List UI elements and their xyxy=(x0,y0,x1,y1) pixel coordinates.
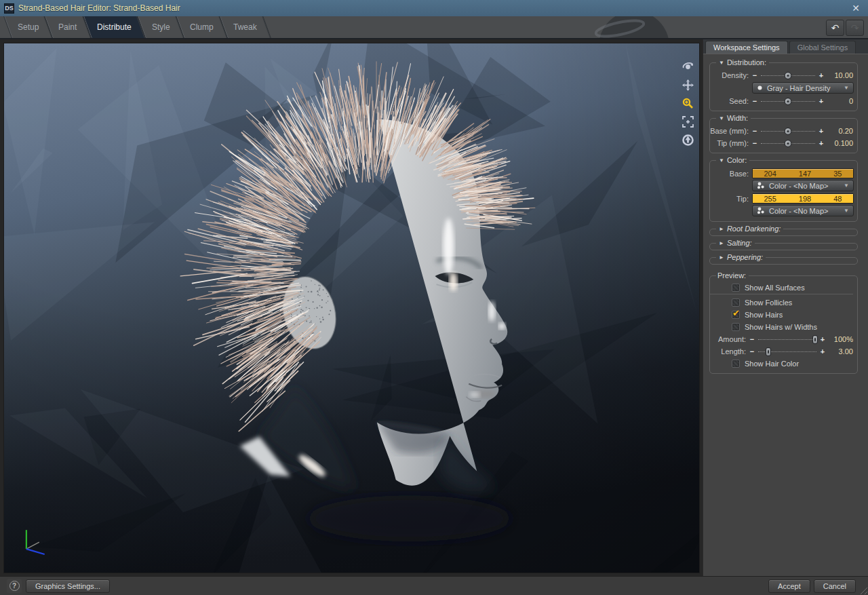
aim-icon[interactable] xyxy=(681,133,694,147)
viewport-tools xyxy=(681,60,694,147)
root-darkening-legend[interactable]: ►Root Darkening: xyxy=(716,225,783,233)
base-g: 147 xyxy=(799,170,811,178)
checkbox[interactable]: ✔ xyxy=(732,311,740,319)
tip-color-swatch[interactable]: 255 198 48 xyxy=(752,193,854,204)
increment-button[interactable]: + xyxy=(818,72,824,79)
graphics-settings-button[interactable]: Graphics Settings... xyxy=(26,579,110,593)
tabstrip: Setup Paint Distribute Style Clump Tweak xyxy=(0,16,868,38)
tab-distribute[interactable]: Distribute xyxy=(83,16,146,38)
increment-button[interactable]: + xyxy=(818,140,824,147)
tab-tweak[interactable]: Tweak xyxy=(219,16,271,38)
titlebar: DS Strand-Based Hair Editor: Strand-Base… xyxy=(0,0,868,16)
seed-value[interactable]: 0 xyxy=(824,97,854,105)
pan-icon[interactable] xyxy=(681,78,694,92)
base-width-slider: − + xyxy=(752,127,824,136)
tip-width-row: Tip (mm): − + 0.100 xyxy=(710,137,857,149)
window-title: Strand-Based Hair Editor: Strand-Based H… xyxy=(18,3,180,13)
decrement-button[interactable]: − xyxy=(752,72,757,79)
tip-color-map-dropdown[interactable]: Color - <No Map> ▼ xyxy=(752,205,854,216)
chevron-down-icon: ▼ xyxy=(844,183,849,189)
zoom-region-icon[interactable] xyxy=(681,96,694,110)
increment-button[interactable]: + xyxy=(820,348,825,355)
expand-triangle-icon: ► xyxy=(719,254,724,261)
checkbox[interactable]: ✔ xyxy=(732,284,740,292)
salting-group: ►Salting: xyxy=(709,243,858,250)
density-slider-row: Density: − + 10.00 xyxy=(710,69,857,81)
slider-handle[interactable] xyxy=(785,140,792,147)
base-r: 204 xyxy=(764,170,776,178)
increment-button[interactable]: + xyxy=(818,128,824,134)
distribution-legend[interactable]: ▼Distribution: xyxy=(716,58,769,66)
length-value[interactable]: 3.00 xyxy=(825,347,854,356)
salting-legend[interactable]: ►Salting: xyxy=(716,239,755,247)
increment-button[interactable]: + xyxy=(818,98,824,104)
decrement-button[interactable]: − xyxy=(749,336,755,343)
orbit-icon[interactable] xyxy=(681,60,694,73)
map-dot-icon xyxy=(757,85,763,91)
color-legend[interactable]: ▼Color: xyxy=(716,156,749,164)
slider-track[interactable] xyxy=(760,139,816,148)
slider-track[interactable] xyxy=(757,347,817,356)
tip-width-value[interactable]: 0.100 xyxy=(824,139,854,147)
redo-icon[interactable]: ↷ xyxy=(846,20,864,36)
slider-handle[interactable] xyxy=(766,347,771,356)
decrement-button[interactable]: − xyxy=(752,128,757,134)
increment-button[interactable]: + xyxy=(820,336,825,343)
footer-bar: ? Graphics Settings... Accept Cancel xyxy=(0,576,868,595)
accept-button[interactable]: Accept xyxy=(768,579,810,593)
density-slider: − + xyxy=(752,71,824,80)
base-color-map-dropdown[interactable]: Color - <No Map> ▼ xyxy=(752,180,854,191)
density-value[interactable]: 10.00 xyxy=(824,71,854,79)
base-color-row: Base: 204 147 35 xyxy=(710,168,857,179)
slider-handle[interactable] xyxy=(785,98,792,105)
daz-swirl-watermark xyxy=(570,16,705,39)
tab-global-settings[interactable]: Global Settings xyxy=(789,41,856,54)
collapse-triangle-icon: ▼ xyxy=(719,115,724,121)
root-darkening-group: ►Root Darkening: xyxy=(709,229,858,236)
distribution-group: ▼Distribution: Density: − + 10.00 xyxy=(709,62,858,111)
chevron-down-icon: ▼ xyxy=(844,85,849,91)
help-button[interactable]: ? xyxy=(7,579,22,593)
amount-value[interactable]: 100% xyxy=(825,335,854,343)
checkbox[interactable]: ✔ xyxy=(732,360,740,368)
settings-body: ▼Distribution: Density: − + 10.00 xyxy=(703,54,868,576)
show-all-surfaces-row[interactable]: ✔ Show All Surfaces xyxy=(710,282,853,294)
density-map-dropdown[interactable]: Gray - Hair Density ▼ xyxy=(752,82,854,94)
collapse-triangle-icon: ▼ xyxy=(719,157,724,164)
amount-slider-row: Amount: − + 100% xyxy=(710,333,857,345)
undo-icon[interactable]: ↶ xyxy=(826,20,844,36)
app-icon: DS xyxy=(4,3,14,14)
tab-workspace-settings[interactable]: Workspace Settings xyxy=(705,41,788,54)
base-width-value[interactable]: 0.20 xyxy=(824,127,854,135)
show-hairs-row[interactable]: ✔ Show Hairs xyxy=(710,309,853,321)
resize-grip[interactable] xyxy=(859,586,867,594)
show-hair-color-row[interactable]: ✔ Show Hair Color xyxy=(710,358,853,370)
show-follicles-row[interactable]: ✔ Show Follicles xyxy=(710,296,853,309)
viewport[interactable] xyxy=(3,43,700,573)
collapse-triangle-icon: ▼ xyxy=(719,60,724,66)
decrement-button[interactable]: − xyxy=(752,98,757,104)
peppering-legend[interactable]: ►Peppering: xyxy=(716,253,766,261)
cancel-button[interactable]: Cancel xyxy=(814,579,856,593)
slider-handle[interactable] xyxy=(785,72,792,79)
slider-track[interactable] xyxy=(760,71,816,80)
frame-icon[interactable] xyxy=(681,115,694,128)
slider-handle[interactable] xyxy=(785,128,792,135)
base-color-swatch[interactable]: 204 147 35 xyxy=(752,168,854,178)
slider-track[interactable] xyxy=(760,127,816,136)
length-slider-row: Length: − + 3.00 xyxy=(710,345,857,358)
checkbox[interactable]: ✔ xyxy=(732,299,740,307)
slider-track[interactable] xyxy=(760,97,816,106)
checkbox[interactable]: ✔ xyxy=(732,323,740,331)
decrement-button[interactable]: − xyxy=(752,140,757,147)
viewport-canvas[interactable] xyxy=(4,43,699,573)
slider-track[interactable] xyxy=(757,335,817,344)
decrement-button[interactable]: − xyxy=(749,348,755,355)
show-hairs-widths-row[interactable]: ✔ Show Hairs w/ Widths xyxy=(710,321,853,333)
tip-width-slider: − + xyxy=(752,139,824,148)
width-legend[interactable]: ▼Width: xyxy=(716,114,751,122)
color-group: ▼Color: Base: 204 147 35 Color - <No Map… xyxy=(709,160,858,222)
close-icon[interactable]: ✕ xyxy=(848,3,864,14)
slider-handle[interactable] xyxy=(812,335,818,344)
peppering-group: ►Peppering: xyxy=(709,257,858,265)
